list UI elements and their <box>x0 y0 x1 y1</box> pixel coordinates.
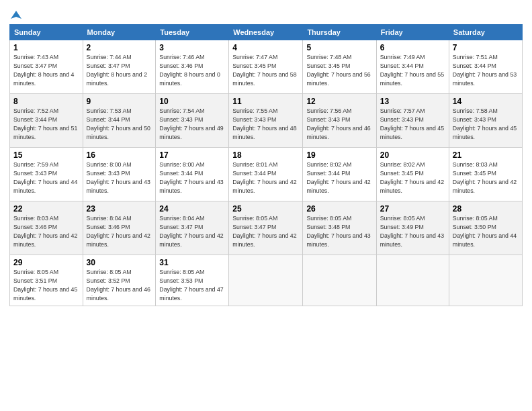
day-number: 4 <box>232 43 299 52</box>
day-info: Sunrise: 8:05 AMSunset: 3:53 PMDaylight:… <box>159 269 223 302</box>
day-info: Sunrise: 7:49 AMSunset: 3:44 PMDaylight:… <box>380 54 444 87</box>
day-number: 19 <box>306 150 372 160</box>
day-number: 9 <box>87 97 152 106</box>
day-number: 26 <box>306 204 372 214</box>
day-info: Sunrise: 8:05 AMSunset: 3:52 PMDaylight:… <box>87 269 150 302</box>
day-number: 6 <box>380 43 445 52</box>
day-number: 27 <box>380 204 445 214</box>
calendar-cell <box>229 255 303 306</box>
calendar-cell: 29 Sunrise: 8:05 AMSunset: 3:51 PMDaylig… <box>10 255 83 306</box>
day-number: 24 <box>159 204 225 214</box>
day-info: Sunrise: 8:05 AMSunset: 3:47 PMDaylight:… <box>232 215 296 248</box>
calendar-header-tuesday: Tuesday <box>156 25 229 40</box>
day-number: 15 <box>13 150 79 160</box>
calendar-header-sunday: Sunday <box>10 25 83 40</box>
logo-bird-icon <box>11 9 21 20</box>
calendar-cell <box>376 255 449 306</box>
calendar-cell: 6 Sunrise: 7:49 AMSunset: 3:44 PMDayligh… <box>376 40 449 94</box>
calendar-cell: 27 Sunrise: 8:05 AMSunset: 3:49 PMDaylig… <box>376 201 449 255</box>
calendar-cell: 12 Sunrise: 7:56 AMSunset: 3:43 PMDaylig… <box>303 94 376 148</box>
day-info: Sunrise: 7:58 AMSunset: 3:43 PMDaylight:… <box>453 107 517 140</box>
calendar-week-5: 29 Sunrise: 8:05 AMSunset: 3:51 PMDaylig… <box>10 255 523 306</box>
day-info: Sunrise: 7:43 AMSunset: 3:47 PMDaylight:… <box>13 54 74 87</box>
calendar-cell: 14 Sunrise: 7:58 AMSunset: 3:43 PMDaylig… <box>449 94 522 148</box>
day-info: Sunrise: 7:53 AMSunset: 3:44 PMDaylight:… <box>87 107 150 140</box>
calendar-week-2: 8 Sunrise: 7:52 AMSunset: 3:44 PMDayligh… <box>10 94 523 148</box>
day-info: Sunrise: 8:03 AMSunset: 3:45 PMDaylight:… <box>453 161 517 194</box>
day-info: Sunrise: 7:47 AMSunset: 3:45 PMDaylight:… <box>232 54 296 87</box>
day-info: Sunrise: 8:05 AMSunset: 3:49 PMDaylight:… <box>380 215 444 248</box>
calendar-cell: 2 Sunrise: 7:44 AMSunset: 3:47 PMDayligh… <box>83 40 156 94</box>
calendar-cell: 8 Sunrise: 7:52 AMSunset: 3:44 PMDayligh… <box>10 94 83 148</box>
day-info: Sunrise: 8:04 AMSunset: 3:47 PMDaylight:… <box>159 215 223 248</box>
page: SundayMondayTuesdayWednesdayThursdayFrid… <box>0 0 532 411</box>
calendar-cell: 9 Sunrise: 7:53 AMSunset: 3:44 PMDayligh… <box>83 94 156 148</box>
calendar-table: SundayMondayTuesdayWednesdayThursdayFrid… <box>9 24 523 306</box>
calendar-cell: 20 Sunrise: 8:02 AMSunset: 3:45 PMDaylig… <box>376 148 449 201</box>
day-number: 23 <box>87 204 152 214</box>
day-number: 31 <box>159 258 225 267</box>
calendar-header-saturday: Saturday <box>449 25 522 40</box>
calendar-cell: 13 Sunrise: 7:57 AMSunset: 3:43 PMDaylig… <box>376 94 449 148</box>
calendar-header-wednesday: Wednesday <box>229 25 303 40</box>
day-info: Sunrise: 8:00 AMSunset: 3:43 PMDaylight:… <box>87 161 150 194</box>
day-info: Sunrise: 7:54 AMSunset: 3:43 PMDaylight:… <box>159 107 223 140</box>
calendar-cell: 1 Sunrise: 7:43 AMSunset: 3:47 PMDayligh… <box>10 40 83 94</box>
day-number: 18 <box>232 150 299 160</box>
calendar-cell: 26 Sunrise: 8:05 AMSunset: 3:48 PMDaylig… <box>303 201 376 255</box>
calendar-header-monday: Monday <box>83 25 156 40</box>
day-info: Sunrise: 8:04 AMSunset: 3:46 PMDaylight:… <box>87 215 150 248</box>
calendar-cell: 24 Sunrise: 8:04 AMSunset: 3:47 PMDaylig… <box>156 201 229 255</box>
day-number: 1 <box>13 43 79 52</box>
day-info: Sunrise: 7:48 AMSunset: 3:45 PMDaylight:… <box>306 54 370 87</box>
day-info: Sunrise: 8:03 AMSunset: 3:46 PMDaylight:… <box>13 215 77 248</box>
day-info: Sunrise: 7:46 AMSunset: 3:46 PMDaylight:… <box>159 54 220 87</box>
day-number: 28 <box>453 204 519 214</box>
day-number: 16 <box>87 150 152 160</box>
calendar-cell: 11 Sunrise: 7:55 AMSunset: 3:43 PMDaylig… <box>229 94 303 148</box>
calendar-cell <box>449 255 522 306</box>
calendar-week-4: 22 Sunrise: 8:03 AMSunset: 3:46 PMDaylig… <box>10 201 523 255</box>
calendar-week-3: 15 Sunrise: 7:59 AMSunset: 3:43 PMDaylig… <box>10 148 523 201</box>
day-info: Sunrise: 7:55 AMSunset: 3:43 PMDaylight:… <box>232 107 296 140</box>
day-number: 7 <box>453 43 519 52</box>
calendar-cell: 7 Sunrise: 7:51 AMSunset: 3:44 PMDayligh… <box>449 40 522 94</box>
day-number: 17 <box>159 150 225 160</box>
calendar-cell: 18 Sunrise: 8:01 AMSunset: 3:44 PMDaylig… <box>229 148 303 201</box>
day-info: Sunrise: 8:05 AMSunset: 3:48 PMDaylight:… <box>306 215 370 248</box>
calendar-cell: 10 Sunrise: 7:54 AMSunset: 3:43 PMDaylig… <box>156 94 229 148</box>
calendar-cell: 23 Sunrise: 8:04 AMSunset: 3:46 PMDaylig… <box>83 201 156 255</box>
calendar-cell: 16 Sunrise: 8:00 AMSunset: 3:43 PMDaylig… <box>83 148 156 201</box>
day-info: Sunrise: 8:00 AMSunset: 3:44 PMDaylight:… <box>159 161 223 194</box>
calendar-cell: 31 Sunrise: 8:05 AMSunset: 3:53 PMDaylig… <box>156 255 229 306</box>
calendar-header-thursday: Thursday <box>303 25 376 40</box>
calendar-cell: 22 Sunrise: 8:03 AMSunset: 3:46 PMDaylig… <box>10 201 83 255</box>
calendar-cell: 30 Sunrise: 8:05 AMSunset: 3:52 PMDaylig… <box>83 255 156 306</box>
day-info: Sunrise: 7:52 AMSunset: 3:44 PMDaylight:… <box>13 107 77 140</box>
day-number: 8 <box>13 97 79 106</box>
calendar-cell: 25 Sunrise: 8:05 AMSunset: 3:47 PMDaylig… <box>229 201 303 255</box>
day-number: 5 <box>306 43 372 52</box>
calendar-cell <box>303 255 376 306</box>
day-number: 30 <box>87 258 152 267</box>
day-number: 3 <box>159 43 225 52</box>
day-info: Sunrise: 8:01 AMSunset: 3:44 PMDaylight:… <box>232 161 296 194</box>
calendar-cell: 15 Sunrise: 7:59 AMSunset: 3:43 PMDaylig… <box>10 148 83 201</box>
day-number: 14 <box>453 97 519 106</box>
calendar-cell: 17 Sunrise: 8:00 AMSunset: 3:44 PMDaylig… <box>156 148 229 201</box>
day-info: Sunrise: 7:57 AMSunset: 3:43 PMDaylight:… <box>380 107 444 140</box>
calendar-cell: 21 Sunrise: 8:03 AMSunset: 3:45 PMDaylig… <box>449 148 522 201</box>
calendar-header-friday: Friday <box>376 25 449 40</box>
calendar-week-1: 1 Sunrise: 7:43 AMSunset: 3:47 PMDayligh… <box>10 40 523 94</box>
day-number: 25 <box>232 204 299 214</box>
calendar-cell: 3 Sunrise: 7:46 AMSunset: 3:46 PMDayligh… <box>156 40 229 94</box>
day-number: 13 <box>380 97 445 106</box>
day-info: Sunrise: 7:59 AMSunset: 3:43 PMDaylight:… <box>13 161 77 194</box>
logo <box>9 9 21 20</box>
calendar-cell: 19 Sunrise: 8:02 AMSunset: 3:44 PMDaylig… <box>303 148 376 201</box>
day-info: Sunrise: 8:02 AMSunset: 3:45 PMDaylight:… <box>380 161 444 194</box>
day-info: Sunrise: 7:56 AMSunset: 3:43 PMDaylight:… <box>306 107 370 140</box>
day-info: Sunrise: 7:44 AMSunset: 3:47 PMDaylight:… <box>87 54 147 87</box>
day-number: 10 <box>159 97 225 106</box>
day-info: Sunrise: 8:02 AMSunset: 3:44 PMDaylight:… <box>306 161 370 194</box>
